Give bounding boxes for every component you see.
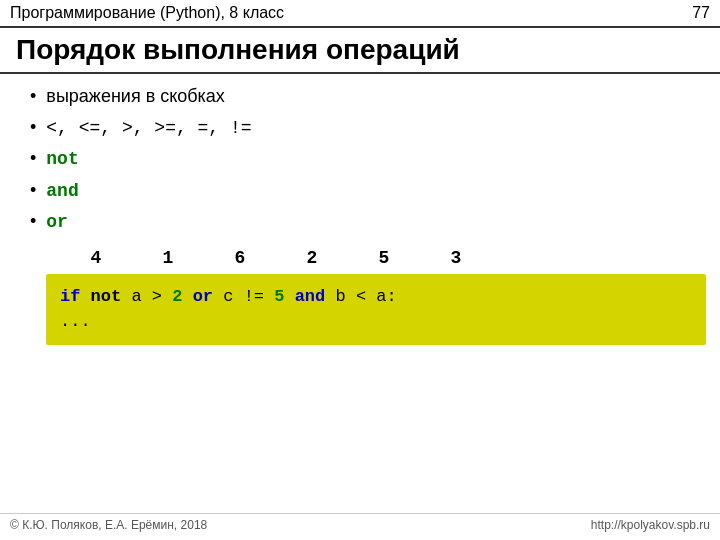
code-num2: 5: [274, 287, 284, 306]
code-c-neq: c !=: [213, 287, 274, 306]
course-label: Программирование (Python), 8 класс: [10, 4, 284, 22]
num-1: 4: [60, 248, 132, 268]
num-3: 6: [204, 248, 276, 268]
bullet-dot: •: [30, 84, 36, 109]
bullet-text-4: and: [46, 181, 78, 201]
bullet-dot: •: [30, 115, 36, 140]
bullet-text-1: выражения в скобках: [46, 86, 225, 107]
bullet-dot: •: [30, 178, 36, 203]
footer-left: © К.Ю. Поляков, Е.А. Ерёмин, 2018: [10, 518, 207, 532]
list-item: • and: [30, 178, 690, 203]
bullet-dot: •: [30, 209, 36, 234]
code-num1: 2: [172, 287, 182, 306]
code-if: if: [60, 287, 91, 306]
num-5: 5: [348, 248, 420, 268]
list-item: • <, <=, >, >=, =, !=: [30, 115, 690, 140]
bullet-text-2: <, <=, >, >=, =, !=: [46, 118, 251, 138]
page-number: 77: [692, 4, 710, 22]
bullet-dot: •: [30, 146, 36, 171]
numbers-row: 4 1 6 2 5 3: [60, 248, 690, 268]
num-6: 3: [420, 248, 492, 268]
code-block: if not a > 2 or c != 5 and b < a: ...: [46, 274, 706, 345]
bullet-text-5: or: [46, 212, 68, 232]
code-b-lt: b < a:: [325, 287, 396, 306]
list-item: • or: [30, 209, 690, 234]
code-a-gt: a >: [121, 287, 172, 306]
footer-right: http://kpolyakov.spb.ru: [591, 518, 710, 532]
bullet-text-3: not: [46, 149, 78, 169]
code-or: or: [182, 287, 213, 306]
list-item: • выражения в скобках: [30, 84, 690, 109]
code-not: not: [91, 287, 122, 306]
num-2: 1: [132, 248, 204, 268]
footer: © К.Ю. Поляков, Е.А. Ерёмин, 2018 http:/…: [0, 513, 720, 532]
code-and: and: [284, 287, 325, 306]
code-line-2: ...: [60, 309, 692, 335]
num-4: 2: [276, 248, 348, 268]
page-title: Порядок выполнения операций: [16, 34, 704, 66]
list-item: • not: [30, 146, 690, 171]
code-line-1: if not a > 2 or c != 5 and b < a:: [60, 284, 692, 310]
